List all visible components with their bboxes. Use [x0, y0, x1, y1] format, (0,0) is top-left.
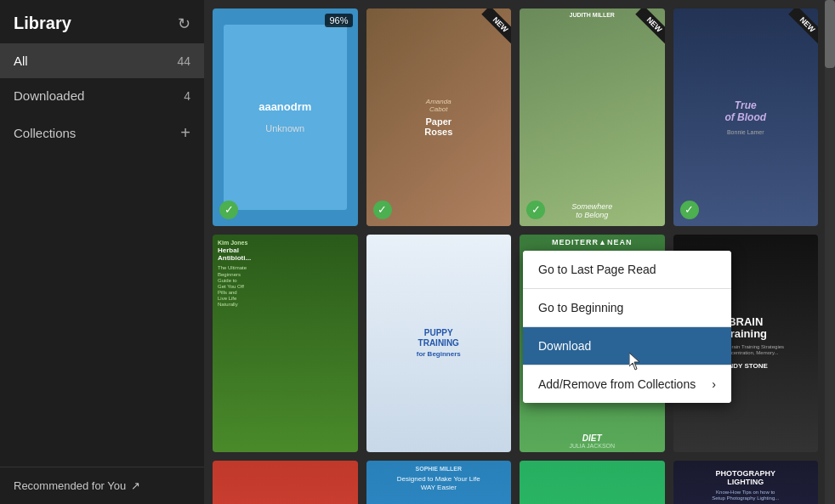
book-card-1[interactable]: aaanodrm Unknown 96% ✓ [213, 8, 358, 226]
book-card-12[interactable]: PHOTOGRAPHYLIGHTING Know-How Tips on how… [673, 461, 819, 505]
collections-label: Add/Remove from Collections [538, 377, 696, 391]
download-label: Download [538, 339, 591, 353]
main-content: aaanodrm Unknown 96% ✓ Amanda Cabot Pape… [204, 0, 835, 504]
sidebar-item-all[interactable]: All 44 [0, 43, 204, 78]
context-menu-collections[interactable]: Add/Remove from Collections › [523, 365, 731, 403]
book-1-title: aaanodrm [258, 100, 311, 113]
context-menu-download[interactable]: Download [523, 327, 731, 365]
sidebar-bottom: Recommended for You ↗ [0, 467, 204, 504]
check-badge-4: ✓ [680, 201, 699, 219]
goto-last-label: Go to Last Page Read [538, 263, 656, 276]
sidebar-nav: All 44 Downloaded 4 Collections + [0, 43, 204, 467]
sidebar-item-all-label: All [14, 54, 28, 68]
external-link-icon: ↗ [131, 479, 140, 492]
check-badge-1: ✓ [219, 201, 238, 219]
sidebar-item-collections[interactable]: Collections + [0, 113, 204, 153]
sidebar-item-downloaded-count: 4 [184, 89, 190, 103]
goto-beginning-label: Go to Beginning [538, 301, 623, 314]
sidebar: Library ↻ All 44 Downloaded 4 Collection… [0, 0, 204, 504]
scrollbar-thumb[interactable] [825, 0, 835, 68]
book-card-2[interactable]: Amanda Cabot Paper Roses ✓ [366, 8, 512, 226]
context-menu-goto-last[interactable]: Go to Last Page Read [523, 251, 731, 288]
check-badge-3: ✓ [526, 201, 545, 219]
progress-badge-1: 96% [325, 14, 352, 27]
sidebar-item-downloaded-label: Downloaded [14, 88, 84, 103]
context-menu-goto-beginning[interactable]: Go to Beginning [523, 289, 731, 326]
new-badge-4 [775, 8, 818, 51]
check-badge-2: ✓ [373, 201, 392, 219]
book-grid: aaanodrm Unknown 96% ✓ Amanda Cabot Pape… [204, 0, 835, 504]
book-card-11[interactable]: ★SURVIVALPantry EssentialGuide [520, 461, 665, 505]
context-menu: Go to Last Page Read Go to Beginning Dow… [523, 251, 731, 403]
book-card-5[interactable]: Kim Jones HerbalAntibioti... The Ultimat… [213, 235, 358, 452]
scrollbar-track [825, 0, 835, 504]
new-badge-2 [469, 8, 511, 51]
sidebar-item-downloaded[interactable]: Downloaded 4 [0, 78, 204, 113]
book-card-6[interactable]: PUPPYTRAININGfor Beginners [366, 235, 512, 452]
book-card-3[interactable]: JUDITH MILLER Somewhere to Belong ✓ [520, 8, 665, 226]
new-badge-3 [622, 8, 665, 51]
sidebar-collections-label: Collections [14, 126, 76, 140]
sidebar-header: Library ↻ [0, 0, 204, 43]
refresh-icon[interactable]: ↻ [178, 14, 190, 33]
recommended-label: Recommended for You [14, 479, 126, 492]
collections-arrow: › [712, 377, 716, 391]
recommended-link[interactable]: Recommended for You ↗ [14, 479, 190, 492]
book-1-subtitle: Unknown [265, 123, 304, 133]
sidebar-title: Library [14, 14, 71, 33]
book-card-9[interactable]: DIGITALPhotography [213, 461, 358, 505]
sidebar-item-all-count: 44 [177, 54, 190, 68]
book-card-4[interactable]: Trueof Blood Bonnie Lamer ✓ [673, 8, 819, 226]
book-card-10[interactable]: SOPHIE MILLER Designed to Make Your Life… [366, 461, 512, 505]
add-collection-icon[interactable]: + [180, 123, 190, 143]
